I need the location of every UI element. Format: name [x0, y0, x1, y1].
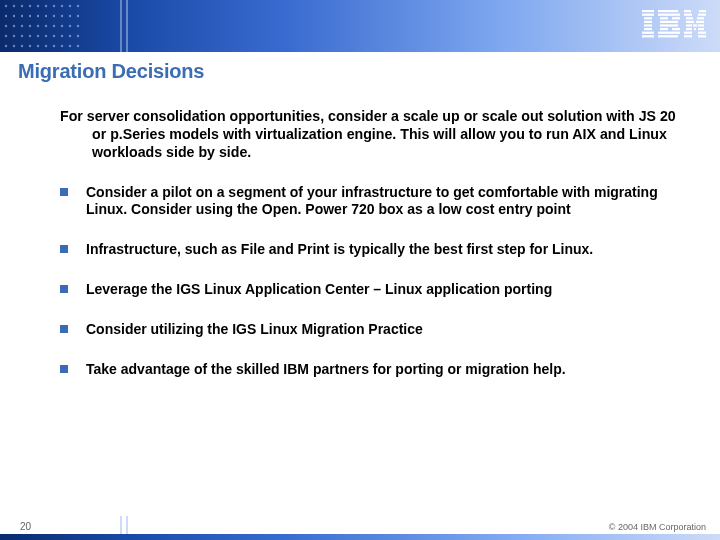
svg-rect-66 [658, 32, 680, 34]
svg-rect-78 [698, 24, 704, 26]
svg-rect-72 [686, 17, 693, 19]
list-item: Consider utilizing the IGS Linux Migrati… [60, 321, 676, 339]
svg-rect-69 [699, 10, 706, 12]
intro-paragraph: For server consolidation opportunities, … [60, 107, 676, 162]
header-pattern [0, 0, 90, 52]
svg-point-44 [37, 45, 39, 47]
svg-point-41 [13, 45, 15, 47]
svg-point-23 [29, 25, 31, 27]
svg-point-15 [45, 15, 47, 17]
page-number: 20 [20, 521, 31, 532]
svg-point-30 [5, 35, 7, 37]
svg-point-6 [53, 5, 55, 7]
svg-point-25 [45, 25, 47, 27]
svg-rect-52 [644, 17, 652, 19]
svg-point-24 [37, 25, 39, 27]
svg-point-22 [21, 25, 23, 27]
svg-point-17 [61, 15, 63, 17]
bullet-marker-icon [60, 365, 68, 373]
svg-rect-81 [698, 28, 704, 30]
svg-rect-63 [660, 24, 678, 26]
bullet-text: Infrastructure, such as File and Print i… [86, 241, 593, 259]
bullet-text: Take advantage of the skilled IBM partne… [86, 361, 566, 379]
svg-point-19 [77, 15, 79, 17]
title-block: Migration Decisions [0, 60, 720, 83]
svg-rect-77 [693, 24, 697, 26]
svg-point-14 [37, 15, 39, 17]
svg-point-18 [69, 15, 71, 17]
svg-rect-60 [660, 17, 668, 19]
svg-rect-73 [697, 17, 704, 19]
svg-point-46 [53, 45, 55, 47]
svg-point-36 [53, 35, 55, 37]
svg-rect-53 [644, 21, 652, 23]
svg-point-2 [21, 5, 23, 7]
list-item: Leverage the IGS Linux Application Cente… [60, 281, 676, 299]
svg-point-9 [77, 5, 79, 7]
svg-point-37 [61, 35, 63, 37]
svg-point-32 [21, 35, 23, 37]
list-item: Infrastructure, such as File and Print i… [60, 241, 676, 259]
header-divider [120, 0, 122, 52]
bullet-text: Leverage the IGS Linux Application Cente… [86, 281, 552, 299]
svg-point-16 [53, 15, 55, 17]
header-divider [126, 0, 128, 52]
svg-point-20 [5, 25, 7, 27]
svg-rect-50 [642, 10, 654, 12]
svg-point-27 [61, 25, 63, 27]
svg-rect-51 [642, 14, 654, 16]
svg-rect-68 [684, 10, 691, 12]
footer-bar [0, 534, 720, 540]
svg-point-48 [69, 45, 71, 47]
svg-rect-55 [644, 28, 652, 30]
bullet-marker-icon [60, 325, 68, 333]
svg-point-33 [29, 35, 31, 37]
svg-point-31 [13, 35, 15, 37]
svg-point-39 [77, 35, 79, 37]
svg-point-13 [29, 15, 31, 17]
svg-point-1 [13, 5, 15, 7]
svg-rect-59 [658, 14, 680, 16]
svg-rect-54 [644, 24, 652, 26]
svg-rect-83 [698, 32, 706, 34]
svg-point-12 [21, 15, 23, 17]
svg-point-45 [45, 45, 47, 47]
svg-point-43 [29, 45, 31, 47]
list-item: Take advantage of the skilled IBM partne… [60, 361, 676, 379]
svg-rect-75 [696, 21, 704, 23]
svg-point-29 [77, 25, 79, 27]
svg-point-21 [13, 25, 15, 27]
svg-rect-67 [658, 35, 678, 37]
intro-text: For server consolidation opportunities, … [60, 107, 676, 162]
bullet-text: Consider a pilot on a segment of your in… [86, 184, 676, 220]
svg-point-49 [77, 45, 79, 47]
content-area: For server consolidation opportunities, … [0, 107, 720, 540]
footer: 20 © 2004 IBM Corporation [0, 516, 720, 540]
bullet-marker-icon [60, 285, 68, 293]
svg-rect-64 [660, 28, 668, 30]
svg-rect-57 [642, 35, 654, 37]
slide: Migration Decisions For server consolida… [0, 0, 720, 540]
svg-point-7 [61, 5, 63, 7]
svg-rect-61 [672, 17, 680, 19]
svg-rect-76 [686, 24, 692, 26]
slide-title: Migration Decisions [18, 60, 720, 83]
svg-point-11 [13, 15, 15, 17]
svg-rect-85 [698, 35, 706, 37]
svg-point-42 [21, 45, 23, 47]
svg-rect-80 [694, 28, 696, 30]
svg-point-35 [45, 35, 47, 37]
svg-point-26 [53, 25, 55, 27]
svg-point-34 [37, 35, 39, 37]
copyright-text: © 2004 IBM Corporation [609, 522, 706, 532]
list-item: Consider a pilot on a segment of your in… [60, 184, 676, 220]
bullet-marker-icon [60, 188, 68, 196]
svg-rect-79 [686, 28, 692, 30]
svg-rect-56 [642, 32, 654, 34]
header-bar [0, 0, 720, 52]
svg-rect-70 [684, 14, 692, 16]
svg-point-3 [29, 5, 31, 7]
svg-point-28 [69, 25, 71, 27]
svg-point-0 [5, 5, 7, 7]
svg-point-40 [5, 45, 7, 47]
